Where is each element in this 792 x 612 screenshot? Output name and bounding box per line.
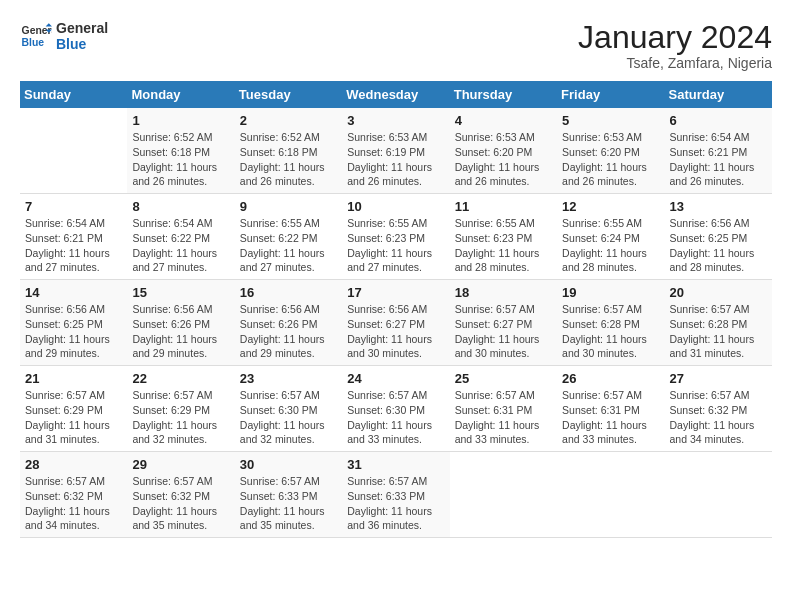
day-info: Sunrise: 6:57 AM Sunset: 6:31 PM Dayligh… [562,388,659,447]
day-info: Sunrise: 6:56 AM Sunset: 6:27 PM Dayligh… [347,302,444,361]
day-info: Sunrise: 6:57 AM Sunset: 6:30 PM Dayligh… [347,388,444,447]
calendar-cell: 30Sunrise: 6:57 AM Sunset: 6:33 PM Dayli… [235,451,342,537]
calendar-cell: 6Sunrise: 6:54 AM Sunset: 6:21 PM Daylig… [665,108,772,193]
day-number: 7 [25,198,122,216]
calendar-cell: 1Sunrise: 6:52 AM Sunset: 6:18 PM Daylig… [127,108,234,193]
day-number: 6 [670,112,767,130]
calendar-cell: 26Sunrise: 6:57 AM Sunset: 6:31 PM Dayli… [557,366,664,452]
day-info: Sunrise: 6:57 AM Sunset: 6:32 PM Dayligh… [132,474,229,533]
calendar-week-row: 7Sunrise: 6:54 AM Sunset: 6:21 PM Daylig… [20,194,772,280]
calendar-cell: 20Sunrise: 6:57 AM Sunset: 6:28 PM Dayli… [665,280,772,366]
calendar-cell: 2Sunrise: 6:52 AM Sunset: 6:18 PM Daylig… [235,108,342,193]
day-number: 19 [562,284,659,302]
day-number: 17 [347,284,444,302]
day-header-thursday: Thursday [450,81,557,108]
day-info: Sunrise: 6:56 AM Sunset: 6:25 PM Dayligh… [25,302,122,361]
calendar-cell: 5Sunrise: 6:53 AM Sunset: 6:20 PM Daylig… [557,108,664,193]
calendar-cell: 22Sunrise: 6:57 AM Sunset: 6:29 PM Dayli… [127,366,234,452]
day-number: 5 [562,112,659,130]
calendar-week-row: 1Sunrise: 6:52 AM Sunset: 6:18 PM Daylig… [20,108,772,193]
day-info: Sunrise: 6:53 AM Sunset: 6:20 PM Dayligh… [562,130,659,189]
calendar-week-row: 14Sunrise: 6:56 AM Sunset: 6:25 PM Dayli… [20,280,772,366]
logo: General Blue General Blue [20,20,108,52]
day-info: Sunrise: 6:54 AM Sunset: 6:22 PM Dayligh… [132,216,229,275]
day-number: 8 [132,198,229,216]
calendar-cell: 3Sunrise: 6:53 AM Sunset: 6:19 PM Daylig… [342,108,449,193]
calendar-cell [450,451,557,537]
day-info: Sunrise: 6:54 AM Sunset: 6:21 PM Dayligh… [25,216,122,275]
day-info: Sunrise: 6:57 AM Sunset: 6:33 PM Dayligh… [240,474,337,533]
day-number: 14 [25,284,122,302]
calendar-table: SundayMondayTuesdayWednesdayThursdayFrid… [20,81,772,538]
day-info: Sunrise: 6:57 AM Sunset: 6:29 PM Dayligh… [25,388,122,447]
day-number: 23 [240,370,337,388]
day-info: Sunrise: 6:57 AM Sunset: 6:28 PM Dayligh… [562,302,659,361]
calendar-cell: 21Sunrise: 6:57 AM Sunset: 6:29 PM Dayli… [20,366,127,452]
day-number: 3 [347,112,444,130]
calendar-cell: 25Sunrise: 6:57 AM Sunset: 6:31 PM Dayli… [450,366,557,452]
day-header-saturday: Saturday [665,81,772,108]
page-subtitle: Tsafe, Zamfara, Nigeria [578,55,772,71]
day-number: 27 [670,370,767,388]
day-number: 22 [132,370,229,388]
day-info: Sunrise: 6:54 AM Sunset: 6:21 PM Dayligh… [670,130,767,189]
day-info: Sunrise: 6:52 AM Sunset: 6:18 PM Dayligh… [132,130,229,189]
calendar-cell: 31Sunrise: 6:57 AM Sunset: 6:33 PM Dayli… [342,451,449,537]
calendar-cell [665,451,772,537]
day-number: 25 [455,370,552,388]
day-info: Sunrise: 6:57 AM Sunset: 6:32 PM Dayligh… [670,388,767,447]
logo-general-text: General [56,20,108,36]
title-block: January 2024 Tsafe, Zamfara, Nigeria [578,20,772,71]
day-number: 1 [132,112,229,130]
day-info: Sunrise: 6:52 AM Sunset: 6:18 PM Dayligh… [240,130,337,189]
day-number: 12 [562,198,659,216]
day-header-monday: Monday [127,81,234,108]
day-info: Sunrise: 6:57 AM Sunset: 6:28 PM Dayligh… [670,302,767,361]
day-number: 4 [455,112,552,130]
day-info: Sunrise: 6:56 AM Sunset: 6:26 PM Dayligh… [132,302,229,361]
day-number: 21 [25,370,122,388]
calendar-week-row: 21Sunrise: 6:57 AM Sunset: 6:29 PM Dayli… [20,366,772,452]
day-info: Sunrise: 6:55 AM Sunset: 6:22 PM Dayligh… [240,216,337,275]
calendar-cell [20,108,127,193]
calendar-cell: 24Sunrise: 6:57 AM Sunset: 6:30 PM Dayli… [342,366,449,452]
day-header-wednesday: Wednesday [342,81,449,108]
day-info: Sunrise: 6:56 AM Sunset: 6:25 PM Dayligh… [670,216,767,275]
day-info: Sunrise: 6:57 AM Sunset: 6:29 PM Dayligh… [132,388,229,447]
day-info: Sunrise: 6:55 AM Sunset: 6:23 PM Dayligh… [455,216,552,275]
day-number: 18 [455,284,552,302]
calendar-cell: 12Sunrise: 6:55 AM Sunset: 6:24 PM Dayli… [557,194,664,280]
calendar-cell: 23Sunrise: 6:57 AM Sunset: 6:30 PM Dayli… [235,366,342,452]
calendar-cell: 4Sunrise: 6:53 AM Sunset: 6:20 PM Daylig… [450,108,557,193]
day-number: 31 [347,456,444,474]
calendar-cell: 13Sunrise: 6:56 AM Sunset: 6:25 PM Dayli… [665,194,772,280]
day-info: Sunrise: 6:57 AM Sunset: 6:33 PM Dayligh… [347,474,444,533]
day-number: 16 [240,284,337,302]
logo-blue-text: Blue [56,36,108,52]
logo-icon: General Blue [20,20,52,52]
calendar-cell [557,451,664,537]
calendar-cell: 28Sunrise: 6:57 AM Sunset: 6:32 PM Dayli… [20,451,127,537]
day-info: Sunrise: 6:57 AM Sunset: 6:31 PM Dayligh… [455,388,552,447]
calendar-cell: 15Sunrise: 6:56 AM Sunset: 6:26 PM Dayli… [127,280,234,366]
day-info: Sunrise: 6:57 AM Sunset: 6:27 PM Dayligh… [455,302,552,361]
day-number: 29 [132,456,229,474]
calendar-cell: 19Sunrise: 6:57 AM Sunset: 6:28 PM Dayli… [557,280,664,366]
day-info: Sunrise: 6:55 AM Sunset: 6:24 PM Dayligh… [562,216,659,275]
day-number: 2 [240,112,337,130]
day-number: 20 [670,284,767,302]
day-number: 9 [240,198,337,216]
calendar-cell: 27Sunrise: 6:57 AM Sunset: 6:32 PM Dayli… [665,366,772,452]
calendar-cell: 11Sunrise: 6:55 AM Sunset: 6:23 PM Dayli… [450,194,557,280]
calendar-cell: 7Sunrise: 6:54 AM Sunset: 6:21 PM Daylig… [20,194,127,280]
day-info: Sunrise: 6:53 AM Sunset: 6:19 PM Dayligh… [347,130,444,189]
calendar-header-row: SundayMondayTuesdayWednesdayThursdayFrid… [20,81,772,108]
page-title: January 2024 [578,20,772,55]
day-header-tuesday: Tuesday [235,81,342,108]
calendar-cell: 8Sunrise: 6:54 AM Sunset: 6:22 PM Daylig… [127,194,234,280]
day-info: Sunrise: 6:53 AM Sunset: 6:20 PM Dayligh… [455,130,552,189]
calendar-cell: 14Sunrise: 6:56 AM Sunset: 6:25 PM Dayli… [20,280,127,366]
day-header-friday: Friday [557,81,664,108]
page-header: General Blue General Blue January 2024 T… [20,20,772,71]
calendar-cell: 17Sunrise: 6:56 AM Sunset: 6:27 PM Dayli… [342,280,449,366]
